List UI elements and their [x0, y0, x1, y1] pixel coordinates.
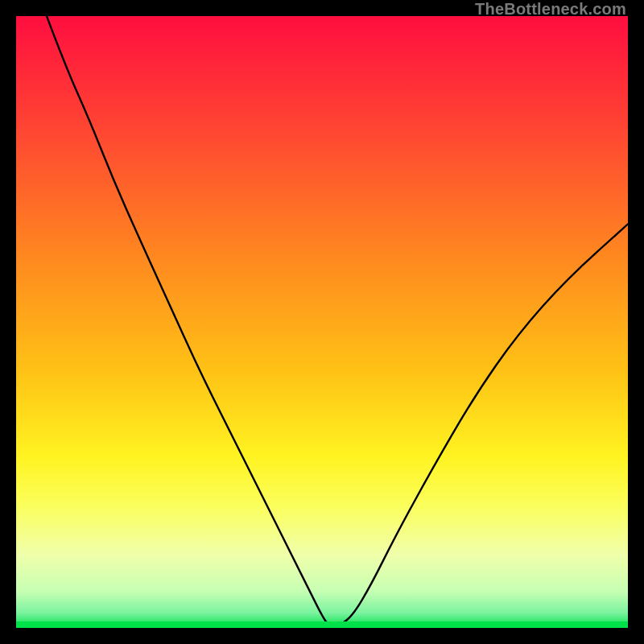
green-baseline-band [16, 621, 628, 628]
chart-background [16, 16, 628, 628]
chart-frame: TheBottleneck.com [0, 0, 644, 644]
watermark-label: TheBottleneck.com [475, 0, 626, 19]
plot-area [16, 16, 628, 628]
chart-svg [16, 16, 628, 628]
